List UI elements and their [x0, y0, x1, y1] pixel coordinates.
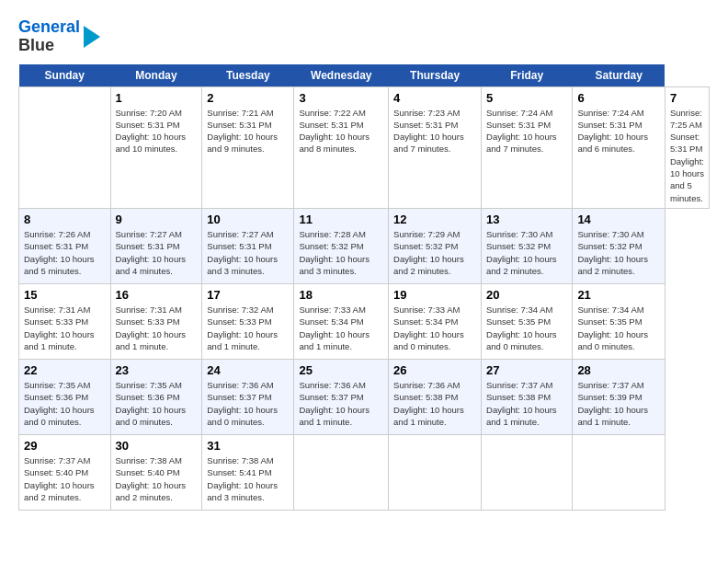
calendar-cell: 3 Sunrise: 7:22 AM Sunset: 5:31 PM Dayli…	[294, 86, 389, 208]
sunset-label: Sunset: 5:31 PM	[207, 120, 271, 130]
sunset-label: Sunset: 5:31 PM	[299, 120, 363, 130]
daylight-label: Daylight: 10 hours and 7 minutes.	[393, 132, 464, 154]
sunrise-label: Sunrise: 7:23 AM	[393, 108, 460, 118]
sunrise-label: Sunrise: 7:20 AM	[116, 108, 182, 118]
sunrise-label: Sunrise: 7:26 AM	[24, 229, 90, 239]
daylight-label: Daylight: 10 hours and 1 minute.	[486, 405, 557, 427]
day-number: 10	[207, 213, 289, 226]
sunset-label: Sunset: 5:33 PM	[24, 316, 88, 327]
sunrise-label: Sunrise: 7:31 AM	[24, 304, 90, 315]
daylight-label: Daylight: 10 hours and 0 minutes.	[486, 329, 557, 351]
day-info: Sunrise: 7:25 AM Sunset: 5:31 PM Dayligh…	[670, 107, 704, 204]
calendar-cell: 1 Sunrise: 7:20 AM Sunset: 5:31 PM Dayli…	[110, 86, 202, 208]
day-number: 21	[577, 288, 660, 302]
sunrise-label: Sunrise: 7:24 AM	[486, 108, 552, 118]
day-number: 29	[24, 439, 106, 453]
daylight-label: Daylight: 10 hours and 2 minutes.	[116, 480, 187, 502]
sunrise-label: Sunrise: 7:35 AM	[116, 380, 182, 390]
logo-text: GeneralBlue	[18, 18, 80, 55]
sunset-label: Sunset: 5:31 PM	[24, 241, 88, 251]
daylight-label: Daylight: 10 hours and 1 minute.	[207, 329, 278, 351]
calendar-cell: 9 Sunrise: 7:27 AM Sunset: 5:31 PM Dayli…	[110, 208, 202, 283]
calendar-cell: 13 Sunrise: 7:30 AM Sunset: 5:32 PM Dayl…	[482, 208, 573, 283]
day-info: Sunrise: 7:27 AM Sunset: 5:31 PM Dayligh…	[116, 228, 198, 277]
day-number: 24	[207, 363, 289, 377]
daylight-label: Daylight: 10 hours and 0 minutes.	[116, 405, 187, 427]
day-info: Sunrise: 7:21 AM Sunset: 5:31 PM Dayligh…	[207, 107, 289, 155]
day-info: Sunrise: 7:27 AM Sunset: 5:31 PM Dayligh…	[207, 228, 289, 277]
day-number: 12	[393, 213, 476, 226]
day-info: Sunrise: 7:32 AM Sunset: 5:33 PM Dayligh…	[207, 304, 289, 352]
sunset-label: Sunset: 5:32 PM	[299, 241, 363, 251]
daylight-label: Daylight: 10 hours and 3 minutes.	[299, 254, 370, 276]
sunset-label: Sunset: 5:38 PM	[393, 392, 458, 402]
calendar-cell: 10 Sunrise: 7:27 AM Sunset: 5:31 PM Dayl…	[202, 208, 294, 283]
sunrise-label: Sunrise: 7:36 AM	[393, 380, 460, 390]
calendar-table: SundayMondayTuesdayWednesdayThursdayFrid…	[18, 64, 710, 511]
day-number: 3	[299, 91, 383, 105]
calendar-cell: 5 Sunrise: 7:24 AM Sunset: 5:31 PM Dayli…	[482, 86, 573, 208]
daylight-label: Daylight: 10 hours and 1 minute.	[24, 329, 95, 351]
calendar-cell	[573, 434, 665, 510]
sunrise-label: Sunrise: 7:33 AM	[299, 304, 365, 315]
calendar-cell: 22 Sunrise: 7:35 AM Sunset: 5:36 PM Dayl…	[19, 359, 111, 434]
daylight-label: Daylight: 10 hours and 2 minutes.	[577, 254, 648, 276]
sunset-label: Sunset: 5:37 PM	[299, 392, 363, 402]
daylight-label: Daylight: 10 hours and 2 minutes.	[393, 254, 464, 276]
calendar-cell	[294, 434, 389, 510]
day-info: Sunrise: 7:37 AM Sunset: 5:38 PM Dayligh…	[486, 379, 567, 428]
sunrise-label: Sunrise: 7:37 AM	[24, 455, 90, 465]
sunrise-label: Sunrise: 7:35 AM	[24, 380, 90, 390]
day-info: Sunrise: 7:33 AM Sunset: 5:34 PM Dayligh…	[299, 304, 383, 352]
day-info: Sunrise: 7:22 AM Sunset: 5:31 PM Dayligh…	[299, 107, 383, 155]
calendar-cell: 8 Sunrise: 7:26 AM Sunset: 5:31 PM Dayli…	[19, 208, 111, 283]
sunrise-label: Sunrise: 7:34 AM	[577, 304, 643, 315]
calendar-cell: 25 Sunrise: 7:36 AM Sunset: 5:37 PM Dayl…	[294, 359, 389, 434]
day-number: 13	[486, 213, 567, 226]
calendar-cell: 20 Sunrise: 7:34 AM Sunset: 5:35 PM Dayl…	[482, 283, 573, 359]
day-info: Sunrise: 7:36 AM Sunset: 5:38 PM Dayligh…	[393, 379, 476, 428]
sunrise-label: Sunrise: 7:37 AM	[486, 380, 552, 390]
day-number: 5	[486, 91, 567, 105]
sunrise-label: Sunrise: 7:33 AM	[393, 304, 460, 315]
day-info: Sunrise: 7:31 AM Sunset: 5:33 PM Dayligh…	[24, 304, 106, 352]
sunrise-label: Sunrise: 7:21 AM	[207, 108, 273, 118]
day-info: Sunrise: 7:24 AM Sunset: 5:31 PM Dayligh…	[486, 107, 567, 155]
daylight-label: Daylight: 10 hours and 0 minutes.	[24, 405, 95, 427]
calendar-cell	[389, 434, 482, 510]
day-number: 11	[299, 213, 383, 226]
sunrise-label: Sunrise: 7:29 AM	[393, 229, 460, 239]
calendar-cell: 18 Sunrise: 7:33 AM Sunset: 5:34 PM Dayl…	[294, 283, 389, 359]
sunrise-label: Sunrise: 7:22 AM	[299, 108, 365, 118]
calendar-cell	[19, 86, 111, 208]
sunrise-label: Sunrise: 7:30 AM	[486, 229, 552, 239]
column-header-tuesday: Tuesday	[202, 64, 294, 87]
sunset-label: Sunset: 5:34 PM	[393, 316, 458, 327]
calendar-cell: 19 Sunrise: 7:33 AM Sunset: 5:34 PM Dayl…	[389, 283, 482, 359]
day-number: 7	[670, 91, 704, 105]
sunrise-label: Sunrise: 7:25 AM	[670, 108, 702, 130]
logo: GeneralBlue	[18, 18, 100, 55]
day-number: 4	[393, 91, 476, 105]
sunrise-label: Sunrise: 7:28 AM	[299, 229, 365, 239]
sunset-label: Sunset: 5:32 PM	[393, 241, 458, 251]
daylight-label: Daylight: 10 hours and 1 minute.	[299, 329, 370, 351]
calendar-cell: 28 Sunrise: 7:37 AM Sunset: 5:39 PM Dayl…	[573, 359, 665, 434]
day-info: Sunrise: 7:34 AM Sunset: 5:35 PM Dayligh…	[577, 304, 660, 352]
daylight-label: Daylight: 10 hours and 5 minutes.	[670, 156, 704, 203]
sunset-label: Sunset: 5:40 PM	[24, 467, 88, 477]
day-number: 26	[393, 363, 476, 377]
calendar-cell: 21 Sunrise: 7:34 AM Sunset: 5:35 PM Dayl…	[573, 283, 665, 359]
daylight-label: Daylight: 10 hours and 3 minutes.	[207, 480, 278, 502]
calendar-cell: 16 Sunrise: 7:31 AM Sunset: 5:33 PM Dayl…	[110, 283, 202, 359]
day-number: 25	[299, 363, 383, 377]
daylight-label: Daylight: 10 hours and 6 minutes.	[577, 132, 648, 154]
day-info: Sunrise: 7:26 AM Sunset: 5:31 PM Dayligh…	[24, 228, 106, 277]
day-info: Sunrise: 7:38 AM Sunset: 5:40 PM Dayligh…	[116, 454, 198, 503]
calendar-header-row: SundayMondayTuesdayWednesdayThursdayFrid…	[19, 64, 710, 87]
sunset-label: Sunset: 5:31 PM	[486, 120, 551, 130]
day-number: 8	[24, 213, 106, 226]
calendar-cell: 27 Sunrise: 7:37 AM Sunset: 5:38 PM Dayl…	[482, 359, 573, 434]
daylight-label: Daylight: 10 hours and 1 minute.	[577, 405, 648, 427]
day-info: Sunrise: 7:34 AM Sunset: 5:35 PM Dayligh…	[486, 304, 567, 352]
